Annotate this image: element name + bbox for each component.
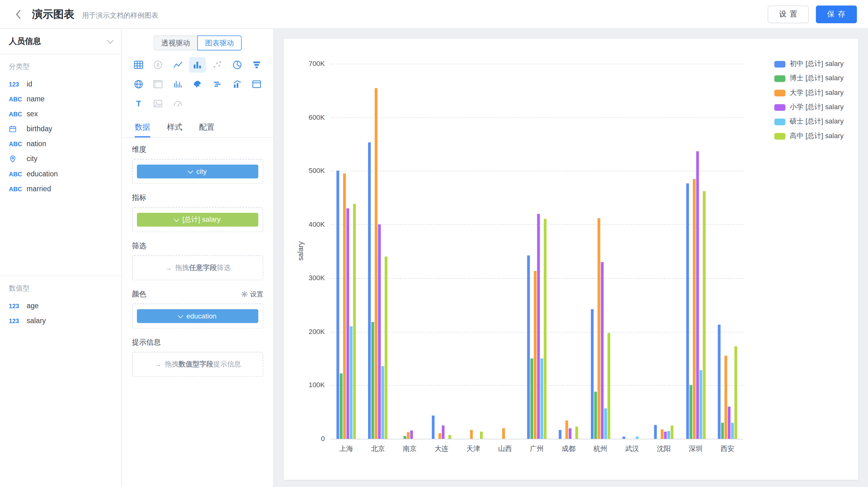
field-item-salary[interactable]: 123salary — [0, 313, 121, 328]
bar-北京-硕士 [总计] salary[interactable] — [382, 366, 384, 439]
legend-item[interactable]: 大学 [总计] salary — [774, 88, 843, 97]
bar-西安-小学 [总计] salary[interactable] — [728, 407, 731, 439]
bar-大连-大学 [总计] salary[interactable] — [438, 433, 441, 439]
bar-杭州-硕士 [总计] salary[interactable] — [604, 408, 607, 439]
bar-成都-初中 [总计] salary[interactable] — [559, 430, 562, 439]
bar-西安-初中 [总计] salary[interactable] — [718, 325, 720, 439]
chart-type-pivot-table-icon[interactable] — [150, 76, 166, 92]
mode-tab-pivot[interactable]: 透视驱动 — [154, 35, 197, 51]
bar-上海-小学 [总计] salary[interactable] — [347, 208, 349, 439]
back-button[interactable] — [11, 7, 26, 21]
bar-上海-初中 [总计] salary[interactable] — [337, 171, 339, 439]
bar-杭州-大学 [总计] salary[interactable] — [597, 218, 600, 439]
bar-上海-硕士 [总计] salary[interactable] — [350, 326, 352, 439]
bar-深圳-小学 [总计] salary[interactable] — [696, 151, 699, 439]
bar-北京-初中 [总计] salary[interactable] — [368, 142, 371, 439]
bar-北京-大学 [总计] salary[interactable] — [375, 88, 378, 439]
bar-武汉-硕士 [总计] salary[interactable] — [636, 436, 639, 439]
legend-item[interactable]: 小学 [总计] salary — [774, 103, 843, 112]
color-dropzone[interactable]: education — [132, 303, 263, 328]
chart-type-combo-icon[interactable] — [229, 76, 245, 92]
chart-type-pie-icon[interactable] — [229, 57, 245, 73]
bar-大连-小学 [总计] salary[interactable] — [442, 425, 444, 439]
bar-广州-大学 [总计] salary[interactable] — [534, 271, 537, 439]
bar-山西-大学 [总计] salary[interactable] — [502, 428, 505, 439]
field-item-city[interactable]: city — [0, 151, 121, 166]
bar-杭州-高中 [总计] salary[interactable] — [607, 333, 610, 439]
chart-type-wordcloud-icon[interactable] — [209, 76, 225, 92]
bar-沈阳-初中 [总计] salary[interactable] — [654, 425, 657, 439]
save-button[interactable]: 保 存 — [816, 5, 857, 23]
bar-成都-高中 [总计] salary[interactable] — [576, 427, 578, 439]
bar-西安-高中 [总计] salary[interactable] — [734, 347, 737, 439]
dimension-pill[interactable]: city — [137, 164, 258, 178]
bar-深圳-初中 [总计] salary[interactable] — [686, 184, 689, 439]
bar-沈阳-小学 [总计] salary[interactable] — [664, 432, 667, 439]
bar-武汉-初中 [总计] salary[interactable] — [623, 436, 625, 439]
bar-北京-博士 [总计] salary[interactable] — [371, 322, 374, 439]
bar-沈阳-高中 [总计] salary[interactable] — [671, 425, 674, 439]
measure-pill[interactable]: [总计] salary — [137, 213, 258, 227]
legend-item[interactable]: 高中 [总计] salary — [774, 131, 843, 140]
field-item-education[interactable]: ABCeducation — [0, 166, 121, 181]
chart-type-frame-icon[interactable] — [249, 76, 265, 92]
field-item-age[interactable]: 123age — [0, 298, 121, 313]
bar-杭州-初中 [总计] salary[interactable] — [590, 309, 593, 439]
chart-type-scatter-icon[interactable] — [209, 57, 225, 73]
chart-type-funnel-icon[interactable] — [249, 57, 265, 73]
bar-天津-高中 [总计] salary[interactable] — [480, 432, 483, 439]
measure-dropzone[interactable]: [总计] salary — [132, 207, 263, 232]
bar-深圳-博士 [总计] salary[interactable] — [689, 385, 692, 439]
field-item-sex[interactable]: ABCsex — [0, 106, 121, 121]
bar-大连-初中 [总计] salary[interactable] — [432, 416, 435, 439]
bar-上海-高中 [总计] salary[interactable] — [353, 204, 356, 439]
chart-type-metric-icon[interactable]: 8 — [150, 57, 166, 73]
field-item-id[interactable]: 123id — [0, 76, 121, 91]
chart-type-text-icon[interactable]: T — [130, 96, 147, 111]
legend-item[interactable]: 博士 [总计] salary — [774, 74, 843, 83]
bar-成都-大学 [总计] salary[interactable] — [566, 420, 568, 439]
color-pill[interactable]: education — [137, 309, 258, 323]
chart-type-radar-icon[interactable] — [130, 76, 147, 92]
chart-type-table-icon[interactable] — [130, 57, 147, 73]
settings-button[interactable]: 设 置 — [768, 5, 809, 23]
legend-item[interactable]: 硕士 [总计] salary — [774, 117, 843, 126]
bar-广州-博士 [总计] salary[interactable] — [530, 359, 533, 439]
bar-北京-高中 [总计] salary[interactable] — [385, 257, 388, 439]
bar-西安-博士 [总计] salary[interactable] — [721, 423, 724, 439]
chart-type-map-icon[interactable] — [189, 76, 206, 92]
tooltip-dropzone[interactable]: → 拖拽数值型字段提示信息 — [132, 352, 263, 377]
field-item-nation[interactable]: ABCnation — [0, 136, 121, 151]
bar-杭州-小学 [总计] salary[interactable] — [601, 262, 603, 439]
bar-深圳-硕士 [总计] salary[interactable] — [700, 370, 702, 439]
field-item-married[interactable]: ABCmarried — [0, 181, 121, 196]
config-tab-配置[interactable]: 配置 — [199, 118, 215, 137]
bar-大连-高中 [总计] salary[interactable] — [448, 435, 451, 439]
dimension-dropzone[interactable]: city — [132, 159, 263, 184]
dataset-selector[interactable]: 人员信息 — [0, 29, 121, 55]
bar-南京-小学 [总计] salary[interactable] — [410, 430, 413, 439]
bar-南京-大学 [总计] salary[interactable] — [407, 432, 409, 439]
field-item-name[interactable]: ABCname — [0, 91, 121, 106]
chart-type-gauge-icon[interactable] — [169, 96, 186, 111]
bar-广州-硕士 [总计] salary[interactable] — [540, 359, 543, 439]
bar-南京-博士 [总计] salary[interactable] — [404, 436, 406, 439]
bar-成都-小学 [总计] salary[interactable] — [569, 428, 571, 439]
bar-上海-博士 [总计] salary[interactable] — [340, 374, 343, 439]
bar-深圳-高中 [总计] salary[interactable] — [703, 191, 705, 439]
bar-天津-大学 [总计] salary[interactable] — [470, 430, 473, 439]
bar-广州-小学 [总计] salary[interactable] — [537, 214, 540, 439]
config-tab-样式[interactable]: 样式 — [167, 118, 182, 137]
bar-上海-大学 [总计] salary[interactable] — [343, 173, 346, 439]
chart-type-histogram-icon[interactable] — [169, 76, 186, 92]
chart-type-line-icon[interactable] — [169, 57, 186, 73]
bar-西安-大学 [总计] salary[interactable] — [724, 356, 727, 439]
chart-type-image-icon[interactable] — [150, 96, 166, 111]
bar-北京-小学 [总计] salary[interactable] — [378, 225, 381, 439]
bar-杭州-博士 [总计] salary[interactable] — [594, 392, 597, 439]
chart-type-bar-icon[interactable] — [189, 57, 206, 73]
bar-沈阳-大学 [总计] salary[interactable] — [661, 429, 663, 439]
color-settings-button[interactable]: 设置 — [241, 290, 263, 299]
bar-沈阳-硕士 [总计] salary[interactable] — [667, 431, 670, 439]
bar-广州-高中 [总计] salary[interactable] — [544, 219, 547, 439]
